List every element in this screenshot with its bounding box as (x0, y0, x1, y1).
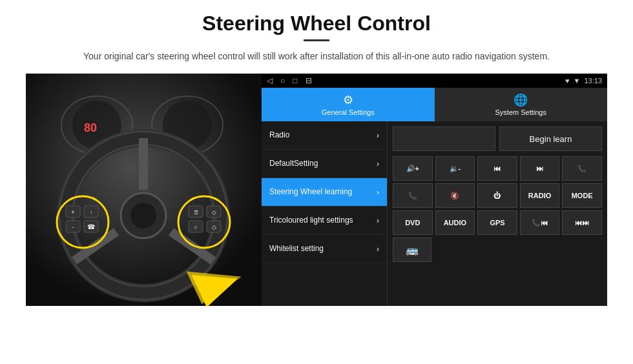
page-container: Steering Wheel Control Your original car… (0, 0, 633, 312)
menu-radio-label: Radio (269, 130, 289, 141)
mode-button[interactable]: MODE (562, 183, 602, 208)
phone-prev-button[interactable]: 📞⏮ (520, 210, 560, 235)
android-ui: ◁ ○ □ ⊟ ♥ ▼ 13:13 ⚙ General Settings (262, 74, 607, 306)
menu-tricoloured-label: Tricoloured light settings (269, 216, 353, 226)
svg-text:☰: ☰ (194, 210, 198, 216)
svg-text:+: + (71, 209, 74, 216)
clock: 13:13 (584, 77, 602, 85)
svg-text:◇: ◇ (212, 224, 216, 230)
signal-icon: ▼ (574, 77, 581, 85)
steering-wheel-image: 80 (26, 74, 262, 306)
left-menu: Radio › DefaultSetting › Steering Wheel … (262, 121, 388, 306)
main-content: Radio › DefaultSetting › Steering Wheel … (262, 121, 607, 306)
menu-steering-label: Steering Wheel learning (269, 187, 352, 197)
menu-whitelist-arrow: › (377, 245, 379, 254)
bus-icon: 🚌 (406, 244, 419, 256)
general-settings-icon: ⚙ (343, 93, 353, 107)
mode-icon: MODE (572, 192, 593, 199)
mute-icon: 🔇 (450, 192, 459, 200)
answer-button[interactable]: 📞 (393, 183, 433, 208)
control-grid-row2: 📞 🔇 ⏻ RADIO MODE (393, 183, 602, 208)
menu-item-steering-wheel[interactable]: Steering Wheel learning › (262, 178, 387, 207)
begin-learn-button[interactable]: Begin learn (499, 126, 602, 151)
svg-text:↑: ↑ (90, 210, 92, 216)
radio-empty-box (393, 126, 495, 151)
vol-up-icon: 🔊+ (406, 165, 419, 173)
audio-label: AUDIO (444, 219, 466, 227)
right-panel: Begin learn 🔊+ 🔉- ⏮ (388, 121, 607, 306)
svg-text:○: ○ (194, 224, 197, 230)
radio-icon: RADIO (528, 192, 551, 199)
begin-learn-label: Begin learn (530, 134, 572, 144)
steering-bg: 80 (26, 74, 262, 306)
radio-button[interactable]: RADIO (520, 183, 560, 208)
last-row: 🚌 (393, 238, 602, 262)
answer-icon: 📞 (408, 192, 417, 200)
power-icon: ⏻ (493, 192, 501, 199)
menu-tricoloured-arrow: › (377, 216, 379, 225)
dvd-label: DVD (405, 219, 420, 227)
svg-text:80: 80 (84, 121, 97, 134)
back-nav-btn[interactable]: ◁ (267, 76, 273, 85)
skip-icon: ⏮⏭ (575, 219, 589, 227)
vol-up-button[interactable]: 🔊+ (393, 156, 433, 181)
home-nav-btn[interactable]: ○ (280, 76, 285, 85)
vol-down-button[interactable]: 🔉- (435, 156, 475, 181)
menu-default-label: DefaultSetting (269, 159, 318, 169)
menu-whitelist-label: Whitelist setting (269, 244, 324, 254)
menu-item-whitelist[interactable]: Whitelist setting › (262, 235, 387, 263)
menu-item-default-setting[interactable]: DefaultSetting › (262, 150, 387, 178)
tab-general-label: General Settings (322, 108, 375, 116)
location-icon: ♥ (565, 77, 570, 85)
recents-nav-btn[interactable]: □ (293, 76, 297, 85)
next-track-icon: ⏭ (536, 165, 543, 172)
prev-track-icon: ⏮ (493, 165, 501, 172)
radio-row: Begin learn (393, 126, 602, 151)
status-bar-right: ♥ ▼ 13:13 (565, 77, 602, 85)
skip-button[interactable]: ⏮⏭ (562, 210, 602, 235)
nav-buttons: ◁ ○ □ ⊟ (267, 76, 312, 85)
gps-label: GPS (490, 219, 504, 227)
power-button[interactable]: ⏻ (477, 183, 517, 208)
phone-button[interactable]: 📞 (562, 156, 602, 181)
vol-down-icon: 🔉- (450, 165, 461, 173)
svg-text:-: - (72, 224, 74, 230)
page-subtitle: Your original car's steering wheel contr… (26, 49, 607, 63)
control-grid-row3: DVD AUDIO GPS 📞⏮ ⏮⏭ (393, 210, 602, 235)
menu-item-radio[interactable]: Radio › (262, 121, 387, 150)
status-bar: ◁ ○ □ ⊟ ♥ ▼ 13:13 (262, 74, 607, 88)
menu-default-arrow: › (377, 159, 379, 168)
prev-track-button[interactable]: ⏮ (477, 156, 517, 181)
tab-system-label: System Settings (495, 108, 546, 116)
mute-button[interactable]: 🔇 (435, 183, 475, 208)
system-settings-icon: 🌐 (514, 93, 528, 107)
menu-steering-arrow: › (377, 188, 379, 197)
menu-radio-arrow: › (377, 131, 379, 140)
title-divider (304, 39, 329, 41)
tab-general-settings[interactable]: ⚙ General Settings (262, 88, 435, 121)
phone-prev-icon: 📞⏮ (532, 219, 548, 227)
dvd-button[interactable]: DVD (393, 210, 433, 235)
svg-point-13 (130, 203, 156, 228)
phone-icon: 📞 (577, 165, 586, 173)
audio-button[interactable]: AUDIO (435, 210, 475, 235)
menu-nav-btn[interactable]: ⊟ (306, 76, 312, 85)
svg-text:☎: ☎ (87, 223, 95, 230)
bus-button[interactable]: 🚌 (393, 238, 431, 262)
next-track-button[interactable]: ⏭ (520, 156, 560, 181)
content-area: 80 (26, 74, 607, 306)
page-title: Steering Wheel Control (26, 12, 607, 35)
svg-text:◇: ◇ (212, 209, 216, 216)
tab-system-settings[interactable]: 🌐 System Settings (435, 88, 608, 121)
control-grid-row1: 🔊+ 🔉- ⏮ ⏭ 📞 (393, 156, 602, 181)
menu-item-tricoloured[interactable]: Tricoloured light settings › (262, 207, 387, 235)
gps-button[interactable]: GPS (477, 210, 517, 235)
tab-bar: ⚙ General Settings 🌐 System Settings (262, 88, 607, 121)
